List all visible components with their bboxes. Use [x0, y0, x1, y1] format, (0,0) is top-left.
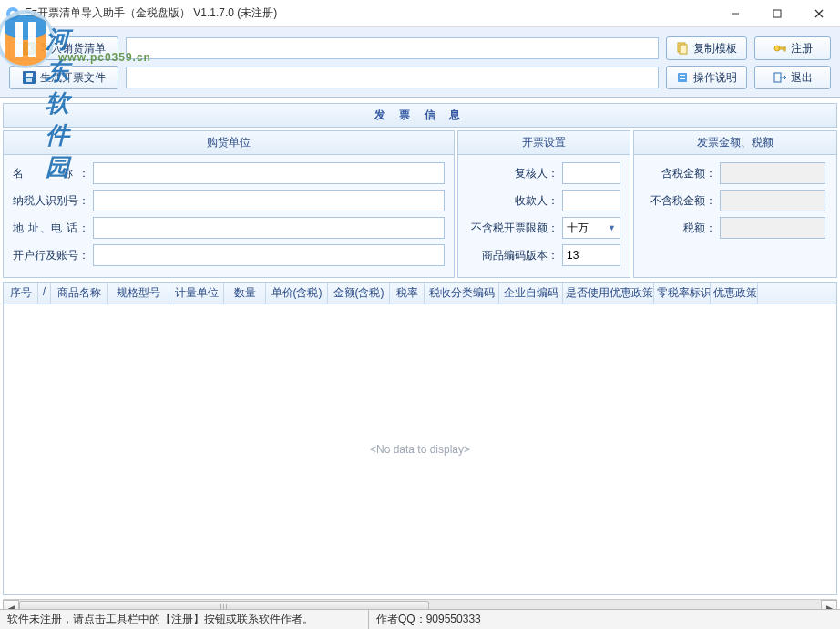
buyer-taxid-input[interactable]: [93, 190, 445, 211]
status-left: 软件未注册，请点击工具栏中的【注册】按钮或联系软件作者。: [0, 610, 369, 629]
import-sales-list-button[interactable]: X 导入销货清单: [9, 36, 118, 60]
generate-invoice-file-button[interactable]: 生成开票文件: [9, 66, 118, 89]
grid-column-header[interactable]: 金额(含税): [328, 283, 390, 304]
grid-column-header[interactable]: 单价(含税): [266, 283, 328, 304]
grid-column-header[interactable]: 税收分类编码: [425, 283, 499, 304]
grid-column-header[interactable]: 商品名称: [51, 283, 108, 304]
codever-label: 商品编码版本：: [467, 248, 558, 263]
grid-column-header[interactable]: 是否使用优惠政策: [563, 283, 654, 304]
buyer-taxid-label: 纳税人识别号：: [13, 193, 89, 209]
panel-header: 开票设置: [458, 131, 630, 155]
svg-rect-24: [774, 73, 781, 82]
grid-column-header[interactable]: 优惠政策: [711, 283, 758, 304]
amount-tax-field: [720, 217, 825, 239]
titlebar: Ez开票清单导入助手（金税盘版） V1.1.7.0 (未注册): [0, 0, 840, 27]
manual-button[interactable]: 操作说明: [666, 66, 747, 89]
register-button[interactable]: 注册: [754, 36, 831, 60]
items-grid: 序号/商品名称规格型号计量单位数量单价(含税)金额(含税)税率税收分类编码企业自…: [3, 282, 837, 595]
buyer-bank-input[interactable]: [93, 244, 445, 266]
button-label: 导入销货清单: [40, 41, 106, 57]
amount-exc-label: 不含税金额：: [643, 193, 716, 209]
buyer-name-label: 名 称：: [13, 166, 89, 181]
exit-icon: [773, 71, 786, 84]
book-icon: [676, 71, 689, 84]
grid-header[interactable]: 序号/商品名称规格型号计量单位数量单价(含税)金额(含税)税率税收分类编码企业自…: [4, 283, 836, 304]
copy-icon: [676, 42, 689, 55]
amounts-panel: 发票金额、税额 含税金额： 不含税金额： 税额：: [633, 130, 837, 278]
amount-tax-label: 税额：: [643, 221, 716, 236]
buyer-name-input[interactable]: [93, 162, 445, 184]
chevron-down-icon: ▼: [608, 223, 616, 232]
svg-rect-18: [26, 73, 33, 77]
invoice-info-panels: 购货单位 名 称： 纳税人识别号： 地 址、电 话： 开户行及账号： 开票设置 …: [0, 130, 840, 278]
grid-column-header[interactable]: 规格型号: [108, 283, 169, 304]
import-path-input[interactable]: [126, 37, 659, 59]
button-label: 复制模板: [693, 41, 737, 57]
minimize-button[interactable]: [714, 0, 756, 27]
button-label: 生成开票文件: [40, 70, 106, 86]
payee-label: 收款人：: [467, 193, 558, 209]
status-right: 作者QQ：909550333: [369, 610, 488, 629]
svg-rect-3: [773, 10, 781, 17]
reviewer-label: 复核人：: [467, 166, 558, 181]
buyer-panel: 购货单位 名 称： 纳税人识别号： 地 址、电 话： 开户行及账号：: [3, 130, 455, 278]
invoice-info-header: 发 票 信 息: [3, 103, 837, 128]
button-label: 操作说明: [693, 70, 737, 86]
close-button[interactable]: [798, 0, 840, 27]
codever-input[interactable]: [562, 244, 620, 266]
save-icon: [23, 71, 36, 84]
grid-column-header[interactable]: 企业自编码: [499, 283, 563, 304]
grid-column-header[interactable]: 数量: [224, 283, 266, 304]
excel-icon: X: [23, 42, 36, 55]
button-label: 注册: [791, 41, 813, 57]
invoice-settings-panel: 开票设置 复核人： 收款人： 不含税开票限额： 十万 ▼ 商品编码版本：: [457, 130, 630, 278]
svg-rect-13: [680, 45, 687, 54]
grid-empty-text: <No data to display>: [370, 443, 470, 456]
app-icon: [5, 6, 20, 21]
statusbar: 软件未注册，请点击工具栏中的【注册】按钮或联系软件作者。 作者QQ：909550…: [0, 609, 840, 629]
window-title: Ez开票清单导入助手（金税盘版） V1.1.7.0 (未注册): [25, 5, 714, 21]
svg-rect-23: [680, 78, 685, 79]
grid-body-empty: <No data to display>: [4, 304, 836, 594]
key-icon: [773, 42, 786, 55]
svg-rect-21: [680, 75, 685, 76]
grid-column-header[interactable]: /: [38, 283, 51, 304]
amount-inc-field: [720, 162, 825, 184]
toolbar: X 导入销货清单 复制模板 注册 生成开票文件 操作说明 退出: [0, 27, 840, 98]
svg-rect-16: [784, 47, 785, 51]
grid-column-header[interactable]: 税率: [390, 283, 425, 304]
grid-column-header[interactable]: 零税率标识: [654, 283, 711, 304]
svg-rect-19: [26, 78, 32, 82]
generate-path-input[interactable]: [126, 67, 659, 88]
panel-header: 发票金额、税额: [634, 131, 836, 155]
limit-select[interactable]: 十万 ▼: [562, 217, 620, 239]
amount-exc-field: [720, 190, 825, 211]
buyer-address-input[interactable]: [93, 217, 445, 239]
buyer-address-label: 地 址、电 话：: [13, 221, 89, 236]
amount-inc-label: 含税金额：: [643, 166, 716, 181]
payee-input[interactable]: [562, 190, 620, 211]
grid-column-header[interactable]: 计量单位: [169, 283, 224, 304]
maximize-button[interactable]: [756, 0, 798, 27]
svg-rect-22: [680, 77, 685, 77]
limit-selected: 十万: [567, 221, 589, 236]
limit-label: 不含税开票限额：: [467, 221, 558, 236]
svg-point-1: [10, 11, 15, 16]
panel-header: 购货单位: [4, 131, 454, 155]
reviewer-input[interactable]: [562, 162, 620, 184]
grid-column-header[interactable]: 序号: [4, 283, 38, 304]
copy-template-button[interactable]: 复制模板: [666, 36, 747, 60]
svg-text:X: X: [26, 44, 32, 54]
exit-button[interactable]: 退出: [754, 66, 831, 89]
buyer-bank-label: 开户行及账号：: [13, 248, 89, 263]
button-label: 退出: [791, 70, 813, 86]
